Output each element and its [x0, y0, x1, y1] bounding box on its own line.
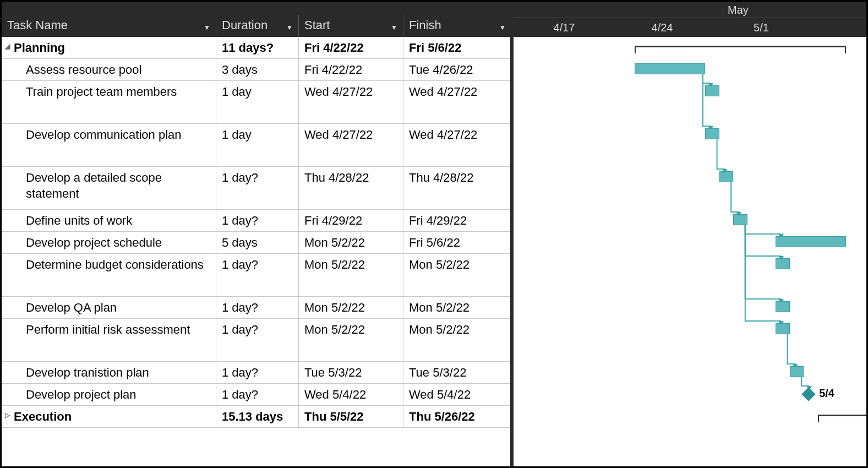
- gantt-row: [514, 319, 866, 362]
- gantt-row: [514, 37, 866, 59]
- cell-finish[interactable]: Fri 4/29/22: [403, 210, 511, 231]
- table-row[interactable]: Develop a detailed scope statement1 day?…: [2, 167, 510, 210]
- dropdown-icon[interactable]: ▼: [391, 24, 397, 31]
- task-name-text: Perform initial risk assessment: [26, 323, 190, 336]
- task-bar[interactable]: [776, 258, 790, 269]
- cell-duration[interactable]: 15.13 days: [216, 406, 299, 427]
- cell-task-name[interactable]: ▷Execution: [2, 406, 216, 427]
- cell-duration[interactable]: 1 day?: [216, 384, 299, 405]
- dropdown-icon[interactable]: ▼: [286, 24, 293, 31]
- cell-start[interactable]: Thu 5/5/22: [299, 406, 403, 427]
- milestone-diamond[interactable]: [801, 387, 815, 401]
- cell-task-name[interactable]: ◢Planning: [2, 37, 216, 58]
- cell-start[interactable]: Tue 5/3/22: [299, 362, 403, 383]
- cell-duration[interactable]: 1 day?: [216, 210, 299, 231]
- summary-bar[interactable]: [818, 415, 868, 420]
- task-bar[interactable]: [790, 366, 804, 377]
- task-bar[interactable]: [719, 171, 734, 182]
- table-row[interactable]: Develop QA plan1 day?Mon 5/2/22Mon 5/2/2…: [2, 297, 510, 319]
- table-row[interactable]: Assess resource pool3 daysFri 4/22/22Tue…: [2, 59, 510, 81]
- dropdown-icon[interactable]: ▼: [204, 24, 210, 31]
- cell-duration[interactable]: 1 day?: [216, 254, 299, 296]
- column-header-finish[interactable]: Finish ▼: [403, 15, 511, 37]
- table-row[interactable]: Develop communication plan1 dayWed 4/27/…: [2, 124, 510, 167]
- collapse-icon[interactable]: ◢: [5, 42, 10, 51]
- cell-task-name[interactable]: Develop a detailed scope statement: [2, 167, 216, 209]
- expand-icon[interactable]: ▷: [5, 411, 10, 420]
- cell-start[interactable]: Mon 5/2/22: [299, 232, 403, 253]
- cell-finish[interactable]: Mon 5/2/22: [403, 297, 511, 318]
- cell-start[interactable]: Fri 4/22/22: [299, 37, 403, 58]
- cell-finish[interactable]: Mon 5/2/22: [403, 319, 511, 361]
- gantt-timescale: May 4/174/245/1: [514, 2, 866, 37]
- cell-task-name[interactable]: Develop communication plan: [2, 124, 216, 166]
- cell-task-name[interactable]: Perform initial risk assessment: [2, 319, 216, 361]
- cell-finish[interactable]: Wed 4/27/22: [403, 81, 511, 123]
- table-row[interactable]: ◢Planning11 days?Fri 4/22/22Fri 5/6/22: [2, 37, 510, 59]
- table-row[interactable]: Train project team members1 dayWed 4/27/…: [2, 81, 510, 124]
- column-header-duration[interactable]: Duration ▼: [216, 15, 299, 37]
- table-row[interactable]: ▷Execution15.13 daysThu 5/5/22Thu 5/26/2…: [2, 406, 510, 428]
- cell-finish[interactable]: Fri 5/6/22: [403, 37, 511, 58]
- cell-start[interactable]: Mon 5/2/22: [299, 297, 403, 318]
- cell-task-name[interactable]: Develop tranistion plan: [2, 362, 216, 383]
- cell-start[interactable]: Wed 4/27/22: [299, 124, 403, 166]
- table-row[interactable]: Perform initial risk assessment1 day?Mon…: [2, 319, 510, 362]
- summary-bar[interactable]: [635, 46, 846, 51]
- cell-finish[interactable]: Wed 4/27/22: [403, 124, 511, 166]
- cell-start[interactable]: Mon 5/2/22: [299, 319, 403, 361]
- table-row[interactable]: Develop project plan1 day?Wed 5/4/22Wed …: [2, 384, 510, 406]
- cell-start[interactable]: Fri 4/29/22: [299, 210, 403, 231]
- gantt-row: [514, 59, 866, 81]
- task-bar[interactable]: [635, 63, 705, 74]
- table-row[interactable]: Define units of work1 day?Fri 4/29/22Fri…: [2, 210, 510, 232]
- cell-finish[interactable]: Mon 5/2/22: [403, 254, 511, 296]
- table-row[interactable]: Determine budget considerations1 day?Mon…: [2, 254, 510, 297]
- grid-header: Task Name ▼ Duration ▼ Start ▼ Finish ▼: [2, 2, 510, 37]
- table-row[interactable]: Develop tranistion plan1 day?Tue 5/3/22T…: [2, 362, 510, 384]
- dropdown-icon[interactable]: ▼: [499, 24, 506, 31]
- task-bar[interactable]: [705, 128, 719, 139]
- column-header-label: Task Name: [7, 18, 68, 32]
- cell-task-name[interactable]: Determine budget considerations: [2, 254, 216, 296]
- cell-task-name[interactable]: Develop project schedule: [2, 232, 216, 253]
- cell-duration[interactable]: 11 days?: [216, 37, 299, 58]
- cell-task-name[interactable]: Define units of work: [2, 210, 216, 231]
- timescale-week-label: 4/17: [542, 21, 586, 34]
- task-name-text: Develop QA plan: [26, 301, 117, 314]
- task-bar[interactable]: [776, 236, 846, 247]
- cell-duration[interactable]: 1 day: [216, 81, 299, 123]
- cell-finish[interactable]: Fri 5/6/22: [403, 232, 511, 253]
- task-bar[interactable]: [776, 323, 790, 334]
- cell-duration[interactable]: 3 days: [216, 59, 299, 80]
- cell-finish[interactable]: Tue 4/26/22: [403, 59, 511, 80]
- cell-duration[interactable]: 1 day?: [216, 167, 299, 209]
- cell-duration[interactable]: 1 day: [216, 124, 299, 166]
- cell-finish[interactable]: Thu 4/28/22: [403, 167, 511, 209]
- gantt-row: [514, 254, 866, 297]
- cell-duration[interactable]: 1 day?: [216, 297, 299, 318]
- cell-start[interactable]: Thu 4/28/22: [299, 167, 403, 209]
- cell-duration[interactable]: 1 day?: [216, 319, 299, 361]
- cell-duration[interactable]: 1 day?: [216, 362, 299, 383]
- cell-start[interactable]: Mon 5/2/22: [299, 254, 403, 296]
- cell-finish[interactable]: Thu 5/26/22: [403, 406, 511, 427]
- gantt-row: [514, 210, 866, 232]
- task-bar[interactable]: [776, 301, 790, 312]
- cell-finish[interactable]: Tue 5/3/22: [403, 362, 511, 383]
- task-bar[interactable]: [733, 214, 747, 225]
- cell-start[interactable]: Wed 4/27/22: [299, 81, 403, 123]
- column-header-task-name[interactable]: Task Name ▼: [2, 15, 216, 37]
- cell-duration[interactable]: 5 days: [216, 232, 299, 253]
- cell-start[interactable]: Fri 4/22/22: [299, 59, 403, 80]
- cell-task-name[interactable]: Train project team members: [2, 81, 216, 123]
- column-header-start[interactable]: Start ▼: [299, 15, 403, 37]
- cell-start[interactable]: Wed 5/4/22: [299, 384, 403, 405]
- cell-task-name[interactable]: Develop QA plan: [2, 297, 216, 318]
- cell-task-name[interactable]: Assess resource pool: [2, 59, 216, 80]
- table-row[interactable]: Develop project schedule5 daysMon 5/2/22…: [2, 232, 510, 254]
- task-bar[interactable]: [705, 85, 719, 96]
- cell-task-name[interactable]: Develop project plan: [2, 384, 216, 405]
- cell-finish[interactable]: Wed 5/4/22: [403, 384, 511, 405]
- gantt-chart[interactable]: May 4/174/245/1 5/4: [514, 2, 866, 466]
